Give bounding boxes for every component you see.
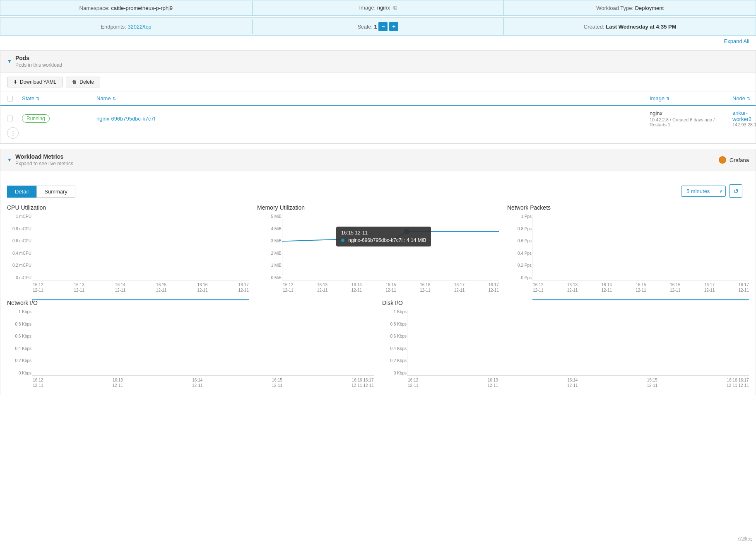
tooltip-pod: nginx-696b795dbc-k7c7l : 4.14 MiB — [341, 237, 426, 243]
created-item: Created: Last Wednesday at 4:35 PM — [504, 19, 756, 34]
disk-io-y-axis: 1 Kbps 0.8 Kbps 0.6 Kbps 0.4 Kbps 0.2 Kb… — [386, 309, 407, 375]
sort-icon: ⇅ — [666, 96, 669, 101]
image-cell: nginx 10.42.2.8 / Created 6 days ago / R… — [650, 110, 732, 127]
scale-item: Scale: 1 − + — [253, 18, 505, 35]
cpu-chart-wrap: 1 mCPU 0.8 mCPU 0.6 mCPU 0.4 mCPU 0.2 mC… — [32, 214, 249, 293]
refresh-button[interactable]: ↺ — [729, 184, 742, 198]
namespace-label: Namespace: — [79, 5, 110, 11]
memory-chart-area: 5 MiB 4 MiB 3 MiB 2 MiB 1 MiB 0 MiB — [282, 214, 499, 280]
network-packets-svg — [532, 214, 749, 301]
metrics-collapse-triangle-icon[interactable]: ▼ — [7, 157, 12, 163]
grafana-label: Grafana — [730, 157, 749, 163]
image-meta: 10.42.2.8 / Created 6 days ago / Restart… — [650, 117, 732, 127]
name-cell[interactable]: nginx-696b795dbc-k7c7l — [96, 116, 650, 122]
disk-io-chart: Disk I/O 1 Kbps 0.8 Kbps 0.6 Kbps 0.4 Kb… — [382, 300, 749, 388]
pods-section: ▼ Pods Pods in this workload ⬇ Download … — [0, 50, 756, 144]
metrics-subtitle: Expand to see live metrics — [15, 161, 73, 167]
tab-summary[interactable]: Summary — [36, 186, 75, 198]
network-packets-wrap: 1 Pps 0.8 Pps 0.6 Pps 0.4 Pps 0.2 Pps 0 … — [532, 214, 749, 293]
more-options-button[interactable]: ⋮ — [7, 127, 22, 139]
pod-name-link[interactable]: nginx-696b795dbc-k7c7l — [96, 116, 155, 122]
metric-tabs: Detail Summary — [7, 186, 75, 198]
node-name-link[interactable]: ankur-worker2 — [732, 110, 749, 122]
network-packets-title: Network Packets — [507, 204, 749, 211]
time-control: 5 minutes 15 minutes 30 minutes 1 hour ↺ — [681, 184, 749, 198]
tooltip-time: 16:15 12-11 — [341, 230, 426, 236]
grafana-link[interactable]: Grafana — [719, 156, 749, 164]
grafana-icon — [719, 156, 726, 164]
network-io-title: Network I/O — [7, 300, 374, 306]
network-io-y-axis: 1 Kbps 0.8 Kbps 0.6 Kbps 0.4 Kbps 0.2 Kb… — [11, 309, 31, 375]
network-io-svg — [32, 309, 374, 395]
scale-down-button[interactable]: − — [378, 22, 388, 31]
image-value: nginx — [377, 5, 390, 11]
metrics-title: Workload Metrics — [15, 153, 73, 160]
memory-tooltip: 16:15 12-11 nginx-696b795dbc-k7c7l : 4.1… — [336, 227, 431, 246]
name-column-header[interactable]: Name ⇅ — [96, 95, 650, 101]
cpu-chart-title: CPU Utilization — [7, 204, 249, 211]
disk-io-area: 1 Kbps 0.8 Kbps 0.6 Kbps 0.4 Kbps 0.2 Kb… — [407, 309, 749, 376]
row-checkbox[interactable] — [7, 116, 22, 121]
download-yaml-button[interactable]: ⬇ Download YAML — [7, 77, 63, 87]
select-all-checkbox[interactable] — [7, 96, 22, 101]
delete-button[interactable]: 🗑 Delete — [66, 77, 100, 87]
workload-type-item: Workload Type: Deployment — [504, 1, 756, 15]
tooltip-dot-icon — [341, 239, 344, 242]
state-cell: Running — [22, 114, 96, 123]
download-icon: ⬇ — [13, 79, 17, 85]
network-packets-area: 1 Pps 0.8 Pps 0.6 Pps 0.4 Pps 0.2 Pps 0 … — [532, 214, 749, 280]
memory-chart-wrap: 5 MiB 4 MiB 3 MiB 2 MiB 1 MiB 0 MiB — [282, 214, 499, 293]
expand-all-button[interactable]: Expand All — [0, 36, 756, 47]
disk-io-svg — [407, 309, 749, 395]
pods-section-header: ▼ Pods Pods in this workload — [0, 51, 756, 72]
cpu-line-svg — [32, 214, 249, 301]
disk-io-wrap: 1 Kbps 0.8 Kbps 0.6 Kbps 0.4 Kbps 0.2 Kb… — [407, 309, 749, 388]
scale-label: Scale: — [358, 24, 373, 30]
pods-title: Pods — [15, 55, 62, 61]
state-column-header[interactable]: State ⇅ — [22, 95, 96, 101]
node-ip: 142.93.28.188 — [732, 122, 749, 127]
tab-detail[interactable]: Detail — [7, 186, 36, 198]
node-cell: ankur-worker2 142.93.28.188 — [732, 110, 749, 127]
workload-value: Deployment — [635, 5, 664, 11]
network-io-area: 1 Kbps 0.8 Kbps 0.6 Kbps 0.4 Kbps 0.2 Kb… — [32, 309, 374, 376]
second-info-bar: Endpoints: 32022/tcp Scale: 1 − + Create… — [0, 17, 756, 36]
collapse-triangle-icon[interactable]: ▼ — [7, 58, 12, 64]
pods-subtitle: Pods in this workload — [15, 62, 62, 68]
charts-grid-bottom: Network I/O 1 Kbps 0.8 Kbps 0.6 Kbps 0.4… — [0, 300, 756, 395]
sort-icon: ⇅ — [113, 96, 116, 101]
network-io-chart: Network I/O 1 Kbps 0.8 Kbps 0.6 Kbps 0.4… — [7, 300, 374, 388]
cpu-chart: CPU Utilization 1 mCPU 0.8 mCPU 0.6 mCPU… — [7, 204, 249, 293]
metrics-section: ▼ Workload Metrics Expand to see live me… — [0, 149, 756, 395]
sort-icon: ⇅ — [36, 96, 39, 101]
image-name: nginx — [650, 110, 732, 116]
endpoints-value[interactable]: 32022/tcp — [128, 24, 151, 30]
disk-io-title: Disk I/O — [382, 300, 749, 306]
image-item: Image: nginx ⧉ — [253, 0, 505, 15]
node-column-header[interactable]: Node ⇅ — [732, 95, 749, 101]
tabs-and-controls: Detail Summary 5 minutes 15 minutes 30 m… — [0, 171, 756, 198]
network-packets-y-axis: 1 Pps 0.8 Pps 0.6 Pps 0.4 Pps 0.2 Pps 0 … — [511, 214, 532, 280]
cpu-chart-area: 1 mCPU 0.8 mCPU 0.6 mCPU 0.4 mCPU 0.2 mC… — [32, 214, 249, 280]
table-row: Running nginx-696b795dbc-k7c7l nginx 10.… — [0, 106, 756, 143]
scale-up-button[interactable]: + — [389, 22, 398, 31]
memory-chart-title: Memory Utilization — [257, 204, 499, 211]
pods-toolbar: ⬇ Download YAML 🗑 Delete — [0, 72, 756, 92]
namespace-item: Namespace: cattle-prometheus-p-rphj9 — [0, 1, 253, 15]
scale-controls: − + — [378, 22, 398, 31]
copy-icon[interactable]: ⧉ — [393, 5, 397, 11]
endpoints-item: Endpoints: 32022/tcp — [0, 19, 253, 34]
memory-chart: Memory Utilization 5 MiB 4 MiB 3 MiB 2 M… — [257, 204, 499, 293]
time-select[interactable]: 5 minutes 15 minutes 30 minutes 1 hour — [681, 186, 726, 197]
memory-y-axis: 5 MiB 4 MiB 3 MiB 2 MiB 1 MiB 0 MiB — [261, 214, 282, 280]
status-badge: Running — [22, 114, 50, 123]
network-packets-chart: Network Packets 1 Pps 0.8 Pps 0.6 Pps 0.… — [507, 204, 749, 293]
top-info-bar: Namespace: cattle-prometheus-p-rphj9 Ima… — [0, 0, 756, 16]
image-column-header[interactable]: Image ⇅ — [650, 95, 732, 101]
image-label: Image: — [359, 5, 376, 11]
workload-label: Workload Type: — [596, 5, 633, 11]
trash-icon: 🗑 — [72, 79, 77, 85]
table-header: State ⇅ Name ⇅ Image ⇅ Node ⇅ — [0, 92, 756, 106]
metrics-section-header: ▼ Workload Metrics Expand to see live me… — [0, 149, 756, 171]
time-select-wrap: 5 minutes 15 minutes 30 minutes 1 hour — [681, 186, 726, 197]
